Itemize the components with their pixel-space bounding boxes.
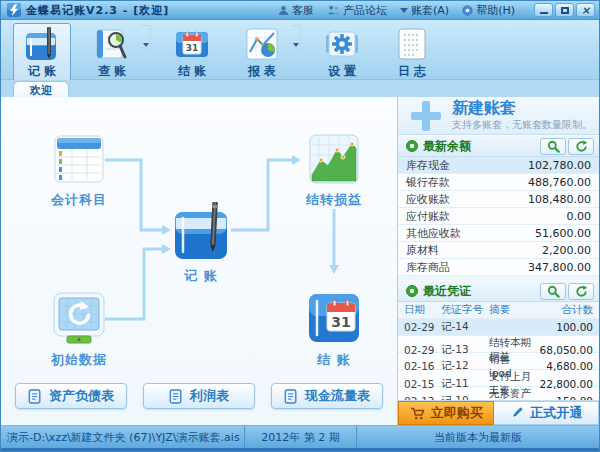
app-window: 金蝶易记账V2.3 - [欢迎] 客服 产品论坛 账套(A) 帮助(H) × — [0, 0, 600, 452]
spreadsheet-icon — [53, 133, 105, 185]
report-button-label: 资产负债表 — [49, 387, 114, 405]
new-account-subtitle: 支持多账套，无账套数量限制。 — [452, 118, 592, 132]
account-name: 库存商品 — [406, 260, 450, 275]
balance-row[interactable]: 库存商品347,800.00 — [398, 259, 599, 276]
audit-dropdown-button[interactable] — [141, 25, 151, 65]
account-name: 应付账款 — [406, 209, 450, 224]
voucher-row[interactable]: 02-29记-13结转本期损益68,050.00 — [398, 335, 599, 352]
toolbar-button-closing[interactable]: 31 结 账 — [163, 23, 221, 82]
account-set-menu[interactable]: 账套(A) — [400, 3, 449, 18]
statusbar-period: 2012年 第 2 期 — [245, 426, 357, 448]
clipboard-magnifier-icon — [94, 26, 130, 62]
balance-row[interactable]: 库存现金102,780.00 — [398, 157, 599, 174]
report-doc-icon — [284, 388, 298, 405]
toolbar-button-log[interactable]: 日 志 — [383, 23, 441, 82]
account-balance: 0.00 — [567, 210, 592, 223]
svg-text:31: 31 — [186, 43, 199, 53]
voucher-row[interactable]: 02-29记-14100.00 — [398, 318, 599, 335]
toolbar-label: 报 表 — [248, 63, 276, 80]
minimize-button[interactable] — [534, 3, 553, 17]
voucher-refresh-button[interactable] — [568, 283, 594, 300]
customer-service-label: 客服 — [292, 3, 314, 18]
voucher-no: 记-13 — [441, 343, 489, 357]
voucher-no: 记-12 — [441, 359, 489, 373]
voucher-table-header: 日期 凭证字号 摘要 合计数 — [398, 302, 599, 318]
toolbar-button-bookkeeping[interactable]: 记 账 — [13, 23, 71, 82]
node-label: 会计科目 — [51, 191, 107, 209]
account-balance: 2,200.00 — [542, 244, 591, 257]
balance-row[interactable]: 原材料2,200.00 — [398, 242, 599, 259]
latest-balance-title: 最新余额 — [423, 138, 471, 155]
main-toolbar: 记 账 查 账 31 结 账 — [1, 20, 599, 80]
pen-icon — [510, 406, 524, 420]
cash-flow-button[interactable]: 现金流量表 — [271, 383, 383, 409]
balance-sheet-button[interactable]: 资产负债表 — [15, 383, 127, 409]
book-calendar-icon: 31 — [307, 291, 361, 345]
balance-list: 库存现金102,780.00 银行存款488,760.00 应收账款108,48… — [398, 157, 599, 276]
workflow-canvas: 会计科目 结转损益 记 账 初始数据 — [1, 97, 397, 425]
toolbar-button-audit[interactable]: 查 账 — [83, 23, 141, 82]
node-initial-data[interactable]: 初始数据 — [37, 291, 121, 369]
close-icon: × — [581, 5, 590, 16]
statusbar: 演示-D:\xzz\新建文件夹 (67)\YJZ\演示账套.ais 2012年 … — [1, 425, 599, 451]
activate-label: 正式开通 — [530, 404, 582, 422]
toolbar-label: 日 志 — [398, 63, 426, 80]
account-balance: 102,780.00 — [528, 159, 591, 172]
node-chart-of-accounts[interactable]: 会计科目 — [37, 133, 121, 209]
node-label: 记 账 — [184, 267, 218, 285]
toolbar-label: 查 账 — [98, 63, 126, 80]
node-profit-transfer[interactable]: 结转损益 — [292, 133, 376, 209]
refresh-icon — [575, 285, 588, 298]
titlebar: 金蝶易记账V2.3 - [欢迎] 客服 产品论坛 账套(A) 帮助(H) × — [1, 1, 599, 20]
node-closing[interactable]: 31 结 账 — [292, 291, 376, 369]
notepad-icon — [394, 26, 430, 62]
tab-welcome[interactable]: 欢迎 — [13, 81, 69, 97]
node-bookkeeping[interactable]: 记 账 — [151, 201, 251, 285]
activate-button[interactable]: 正式开通 — [494, 401, 599, 425]
new-account-banner[interactable]: 新建账套 支持多账套，无账套数量限制。 — [398, 97, 599, 135]
report-button-label: 利润表 — [190, 387, 229, 405]
forum-link[interactable]: 产品论坛 — [327, 3, 387, 18]
chevron-down-icon — [143, 43, 149, 47]
report-buttons: 资产负债表 利润表 现金流量表 — [1, 383, 397, 409]
close-button[interactable]: × — [576, 3, 595, 17]
tabbar: 欢迎 — [1, 80, 599, 97]
customer-service-link[interactable]: 客服 — [278, 3, 314, 18]
titlebar-right: 客服 产品论坛 账套(A) 帮助(H) × — [278, 3, 595, 18]
new-account-title: 新建账套 — [452, 99, 592, 117]
toolbar-label: 结 账 — [178, 63, 206, 80]
balance-refresh-button[interactable] — [568, 138, 594, 155]
chevron-down-icon — [293, 43, 299, 47]
reports-dropdown-button[interactable] — [291, 25, 301, 65]
voucher-date: 02-16 — [404, 360, 441, 372]
help-menu[interactable]: 帮助(H) — [462, 3, 515, 18]
toolbar-button-settings[interactable]: 设 置 — [313, 23, 371, 82]
maximize-button[interactable] — [555, 3, 574, 17]
calendar-book-icon: 31 — [174, 26, 210, 62]
forum-label: 产品论坛 — [343, 3, 387, 18]
account-balance: 488,760.00 — [528, 176, 591, 189]
balance-row[interactable]: 应付账款0.00 — [398, 208, 599, 225]
voucher-search-button[interactable] — [540, 283, 566, 300]
account-name: 库存现金 — [406, 158, 450, 173]
col-amount: 合计数 — [531, 303, 593, 317]
account-name: 应收账款 — [406, 192, 450, 207]
help-icon — [462, 5, 473, 16]
voucher-date: 02-29 — [404, 344, 441, 356]
balance-row[interactable]: 应收账款108,480.00 — [398, 191, 599, 208]
account-balance: 51,600.00 — [535, 227, 591, 240]
balance-row[interactable]: 其他应收款51,600.00 — [398, 225, 599, 242]
income-statement-button[interactable]: 利润表 — [143, 383, 255, 409]
chart-pie-icon — [244, 26, 280, 62]
balance-search-button[interactable] — [540, 138, 566, 155]
balance-row[interactable]: 银行存款488,760.00 — [398, 174, 599, 191]
toolbar-button-reports[interactable]: 报 表 — [233, 23, 291, 82]
people-icon — [327, 5, 340, 16]
toolbar-label: 设 置 — [328, 63, 356, 80]
search-icon — [547, 140, 560, 153]
account-name: 其他应收款 — [406, 226, 461, 241]
svg-text:31: 31 — [331, 314, 350, 330]
area-chart-icon — [308, 133, 360, 185]
plus-icon — [411, 101, 441, 131]
buy-now-button[interactable]: 立即购买 — [398, 401, 494, 425]
